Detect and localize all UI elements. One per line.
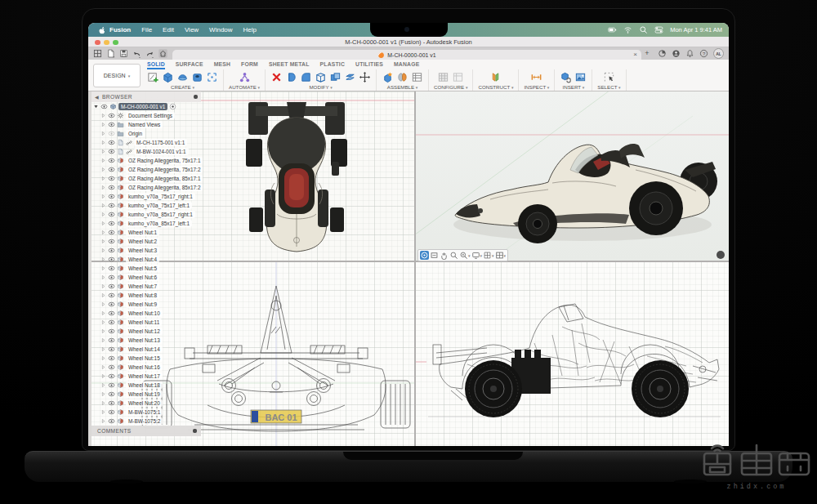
battery-icon[interactable]	[608, 25, 617, 34]
browser-row[interactable]: Named Views	[92, 120, 203, 129]
browser-row[interactable]: kumho_v70a_75x17_right:1	[92, 192, 203, 201]
tri-open-icon[interactable]	[93, 104, 99, 109]
browser-row[interactable]: Wheel Nut:20	[92, 399, 203, 408]
revolve-icon[interactable]	[176, 71, 189, 83]
eye-icon[interactable]	[108, 166, 115, 173]
browser-row-label[interactable]: Wheel Nut:14	[126, 346, 163, 354]
menu-item-view[interactable]: View	[185, 23, 199, 37]
visibility-toggle[interactable]	[108, 292, 115, 299]
eye-icon[interactable]	[108, 130, 115, 137]
browser-row[interactable]: Wheel Nut:1	[92, 228, 203, 237]
visibility-toggle[interactable]	[108, 328, 115, 335]
grid-settings-icon[interactable]	[483, 251, 492, 260]
tri-icon[interactable]	[100, 265, 106, 271]
visibility-toggle[interactable]	[108, 310, 115, 317]
visibility-toggle[interactable]	[108, 319, 115, 326]
browser-row-label[interactable]: M-BW-1075:1	[126, 408, 163, 417]
eye-icon[interactable]	[108, 175, 115, 182]
tri-icon[interactable]	[100, 212, 106, 217]
nav-viewports[interactable]: ▾	[495, 251, 507, 260]
tri-icon[interactable]	[100, 113, 106, 118]
tri-icon[interactable]	[100, 292, 106, 298]
browser-row[interactable]: Wheel Nut:6	[92, 273, 203, 282]
pattern-icon[interactable]	[206, 71, 218, 83]
ribbon-group-label[interactable]: INSERT ▾	[562, 84, 584, 91]
ribbon-group-label[interactable]: SELECT ▾	[597, 84, 620, 91]
bom-icon[interactable]	[411, 71, 423, 83]
browser-row-label[interactable]: kumho_v70a_75x17_left:1	[126, 202, 192, 210]
ribbon-tab-utilities[interactable]: UTILITIES	[355, 61, 383, 69]
visibility-toggle[interactable]	[108, 381, 115, 389]
browser-row[interactable]: Wheel Nut:15	[92, 354, 203, 363]
nav-grid-settings[interactable]: ▾	[483, 251, 494, 260]
ribbon-tab-surface[interactable]: SURFACE	[176, 61, 203, 69]
browser-row[interactable]: Document Settings	[92, 111, 203, 120]
visibility-toggle[interactable]	[108, 184, 115, 191]
viewport-side-view[interactable]	[415, 261, 729, 446]
visibility-toggle[interactable]	[108, 283, 115, 290]
eye-icon[interactable]	[108, 292, 115, 299]
eye-icon[interactable]	[108, 247, 115, 254]
eye-icon[interactable]	[108, 184, 115, 191]
ribbon-group-label[interactable]: INSPECT ▾	[524, 84, 549, 91]
zoom-window-button[interactable]	[113, 40, 118, 46]
minimize-window-button[interactable]	[104, 40, 109, 46]
viewport-divider-vertical[interactable]	[414, 91, 416, 446]
search-icon[interactable]	[639, 25, 648, 34]
browser-row-label[interactable]: Wheel Nut:2	[126, 238, 159, 246]
tri-icon[interactable]	[100, 131, 106, 136]
browser-row-label[interactable]: Wheel Nut:19	[126, 390, 163, 399]
browser-row[interactable]: kumho_v70a_85x17_left:1	[92, 219, 203, 228]
browser-row[interactable]: Wheel Nut:14	[92, 345, 203, 354]
browser-row[interactable]: kumho_v70a_85x17_right:1	[92, 210, 203, 219]
browser-row[interactable]: Wheel Nut:7	[92, 282, 203, 291]
help-icon[interactable]: ?	[699, 49, 708, 58]
avatar[interactable]: AL	[713, 48, 724, 59]
visibility-toggle[interactable]	[108, 157, 115, 164]
eye-icon[interactable]	[108, 337, 115, 344]
radio-icon[interactable]	[169, 103, 176, 110]
tri-icon[interactable]	[100, 373, 106, 379]
tri-icon[interactable]	[100, 167, 106, 172]
tri-icon[interactable]	[100, 391, 106, 397]
tri-icon[interactable]	[100, 248, 106, 253]
eye-icon[interactable]	[108, 148, 115, 155]
document-tab[interactable]: M-CH-0000-001 v1 ×	[172, 50, 641, 60]
browser-row-label[interactable]: Wheel Nut:7	[126, 283, 159, 291]
tri-icon[interactable]	[100, 203, 106, 208]
visibility-toggle[interactable]	[108, 364, 115, 371]
eye-icon[interactable]	[108, 274, 115, 281]
control-center-icon[interactable]	[654, 25, 663, 34]
menu-clock[interactable]: Mon Apr 1 9:41 AM	[670, 26, 722, 33]
comments-options-icon[interactable]	[193, 429, 197, 433]
close-tab-icon[interactable]: ×	[633, 50, 637, 60]
visibility-toggle[interactable]	[108, 229, 115, 236]
eye-icon[interactable]	[108, 157, 115, 164]
browser-row-label[interactable]: Wheel Nut:4	[126, 256, 159, 264]
eye-icon[interactable]	[108, 301, 115, 308]
ribbon-group-label[interactable]: MODIFY ▾	[309, 84, 332, 91]
save-icon[interactable]	[119, 49, 128, 58]
browser-row-label[interactable]: Wheel Nut:16	[126, 364, 163, 372]
workspace-selector[interactable]: DESIGN▾	[93, 64, 141, 87]
browser-row[interactable]: OZ Racing Alleggerita, 75x17:1	[92, 156, 203, 165]
browser-row[interactable]: Wheel Nut:4	[92, 255, 203, 264]
redo-icon[interactable]	[145, 49, 154, 58]
browser-row-label[interactable]: Named Views	[126, 121, 163, 129]
tri-icon[interactable]	[100, 256, 106, 262]
measure-icon[interactable]	[530, 71, 542, 83]
tri-icon[interactable]	[100, 122, 106, 127]
visibility-toggle[interactable]	[108, 112, 115, 119]
browser-row-label[interactable]: OZ Racing Alleggerita, 75x17:2	[126, 166, 203, 174]
eye-icon[interactable]	[108, 265, 115, 272]
browser-row-label[interactable]: Document Settings	[126, 112, 175, 120]
eye-icon[interactable]	[100, 103, 108, 110]
ribbon-group-label[interactable]: ASSEMBLE ▾	[387, 84, 418, 91]
visibility-toggle[interactable]	[108, 337, 115, 344]
menu-item-fusion[interactable]: Fusion	[109, 23, 131, 37]
visibility-toggle[interactable]	[108, 148, 115, 155]
eye-icon[interactable]	[108, 283, 115, 290]
eye-icon[interactable]	[108, 229, 115, 236]
visibility-toggle[interactable]	[108, 211, 115, 218]
profile-icon[interactable]	[672, 49, 681, 58]
